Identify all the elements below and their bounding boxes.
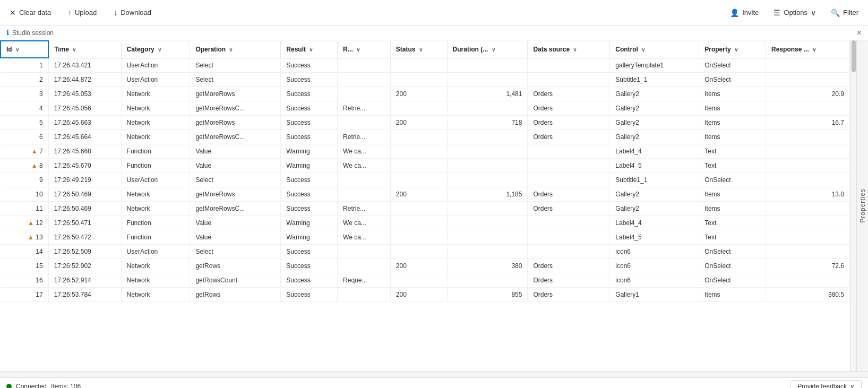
table-cell: icon6	[610, 259, 699, 273]
col-header-id[interactable]: Id ∨	[1, 41, 48, 58]
table-cell: Success	[281, 245, 338, 259]
table-row[interactable]: 217:26:44.872UserActionSelectSuccessSubt…	[1, 73, 850, 87]
invite-button[interactable]: 👤 Invite	[727, 6, 762, 19]
clear-data-label: Clear data	[19, 8, 51, 16]
table-cell	[766, 245, 850, 259]
table-cell: We ca...	[338, 144, 391, 159]
table-cell: Text	[699, 216, 766, 230]
table-row[interactable]: 617:26:45.664NetworkgetMoreRowsC...Succe…	[1, 130, 850, 144]
horizontal-scrollbar[interactable]	[0, 371, 868, 377]
table-wrapper[interactable]: Id ∨ Time ∨ Category ∨ Operation ∨ Resul…	[0, 40, 850, 371]
col-header-response[interactable]: Response ... ∨	[766, 41, 850, 58]
sort-icon-r: ∨	[356, 47, 360, 53]
table-cell: Gallery2	[610, 202, 699, 216]
connected-label: Connected	[16, 383, 47, 389]
table-cell: 6	[1, 130, 48, 144]
table-cell: Network	[121, 116, 190, 130]
table-row[interactable]: 1017:26:50.469NetworkgetMoreRowsSuccess2…	[1, 187, 850, 202]
table-row[interactable]: 1117:26:50.469NetworkgetMoreRowsC...Succ…	[1, 202, 850, 216]
table-cell	[528, 230, 610, 245]
h-scroll-inner[interactable]	[0, 372, 868, 377]
table-cell	[447, 130, 528, 144]
table-row[interactable]: ▲ 1217:26:50.471FunctionValueWarningWe c…	[1, 216, 850, 230]
col-header-time[interactable]: Time ∨	[48, 41, 121, 58]
col-header-r[interactable]: R... ∨	[338, 41, 391, 58]
col-header-duration[interactable]: Duration (... ∨	[447, 41, 528, 58]
session-bar: ℹ Studio session ×	[0, 25, 868, 40]
sort-icon-operation: ∨	[229, 47, 233, 53]
table-cell	[390, 58, 447, 73]
col-header-result[interactable]: Result ∨	[281, 41, 338, 58]
table-cell	[447, 144, 528, 159]
table-cell: Select	[190, 245, 281, 259]
table-cell: 17:26:49.219	[48, 173, 121, 187]
main-content: Id ∨ Time ∨ Category ∨ Operation ∨ Resul…	[0, 40, 868, 371]
table-cell: Label4_5	[610, 159, 699, 173]
properties-label: Properties	[859, 188, 866, 223]
table-row[interactable]: 517:26:45.663NetworkgetMoreRowsSuccess20…	[1, 116, 850, 130]
table-row[interactable]: 1417:26:52.509UserActionSelectSuccessico…	[1, 245, 850, 259]
table-cell: Success	[281, 87, 338, 101]
table-cell: Network	[121, 101, 190, 116]
connected-dot	[6, 384, 12, 389]
table-cell: UserAction	[121, 245, 190, 259]
table-cell: Warning	[281, 216, 338, 230]
person-icon: 👤	[730, 8, 739, 17]
download-button[interactable]: ↓ Download	[110, 6, 154, 19]
filter-button[interactable]: 🔍 Filter	[828, 6, 862, 19]
table-row[interactable]: 1617:26:52.914NetworkgetRowsCountSuccess…	[1, 273, 850, 288]
provide-feedback-button[interactable]: Provide feedback ∨	[790, 380, 862, 389]
col-header-datasource[interactable]: Data source ∨	[528, 41, 610, 58]
table-row[interactable]: 917:26:49.219UserActionSelectSuccessSubt…	[1, 173, 850, 187]
table-cell	[390, 73, 447, 87]
table-cell: Orders	[528, 130, 610, 144]
table-cell: 16	[1, 273, 48, 288]
table-cell: Function	[121, 159, 190, 173]
table-cell: getRows	[190, 259, 281, 273]
items-count: Items: 106	[51, 383, 81, 389]
table-cell: UserAction	[121, 58, 190, 73]
table-cell: OnSelect	[699, 273, 766, 288]
table-cell	[390, 144, 447, 159]
col-header-property[interactable]: Property ∨	[699, 41, 766, 58]
table-row[interactable]: ▲ 817:26:45.670FunctionValueWarningWe ca…	[1, 159, 850, 173]
table-cell	[338, 245, 391, 259]
col-header-control[interactable]: Control ∨	[610, 41, 699, 58]
table-row[interactable]: 317:26:45.053NetworkgetMoreRowsSuccess20…	[1, 87, 850, 101]
table-row[interactable]: 417:26:45.056NetworkgetMoreRowsC...Succe…	[1, 101, 850, 116]
table-row[interactable]: ▲ 1317:26:50.472FunctionValueWarningWe c…	[1, 230, 850, 245]
upload-button[interactable]: ↑ Upload	[65, 6, 100, 19]
clear-data-button[interactable]: ✕ Clear data	[6, 6, 54, 19]
col-header-category[interactable]: Category ∨	[121, 41, 190, 58]
table-row[interactable]: 1517:26:52.902NetworkgetRowsSuccess20038…	[1, 259, 850, 273]
table-row[interactable]: ▲ 717:26:45.668FunctionValueWarningWe ca…	[1, 144, 850, 159]
table-cell	[338, 87, 391, 101]
table-cell: 1,185	[447, 187, 528, 202]
warning-icon: ▲	[28, 219, 34, 227]
sort-icon-id: ∨	[15, 47, 19, 53]
col-header-status[interactable]: Status ∨	[390, 41, 447, 58]
sort-icon-duration: ∨	[492, 47, 495, 53]
table-cell	[528, 58, 610, 73]
table-cell: Warning	[281, 159, 338, 173]
vertical-scrollbar[interactable]	[850, 40, 856, 371]
table-cell	[528, 245, 610, 259]
warning-icon: ▲	[31, 162, 38, 169]
table-cell: Value	[190, 230, 281, 245]
table-cell: 10	[1, 187, 48, 202]
col-header-operation[interactable]: Operation ∨	[190, 41, 281, 58]
feedback-label: Provide feedback	[797, 383, 847, 389]
properties-panel[interactable]: Properties	[856, 40, 868, 371]
table-cell: Function	[121, 216, 190, 230]
table-cell: We ca...	[338, 159, 391, 173]
table-row[interactable]: 1717:26:53.784NetworkgetRowsSuccess20085…	[1, 288, 850, 302]
table-header-row: Id ∨ Time ∨ Category ∨ Operation ∨ Resul…	[1, 41, 850, 58]
options-button[interactable]: ☰ Options ∨	[770, 6, 819, 19]
data-table: Id ∨ Time ∨ Category ∨ Operation ∨ Resul…	[0, 40, 850, 302]
table-cell	[766, 144, 850, 159]
table-cell: Items	[699, 116, 766, 130]
toolbar-left: ✕ Clear data ↑ Upload ↓ Download	[6, 6, 716, 19]
table-row[interactable]: 117:26:43.421UserActionSelectSuccessgall…	[1, 58, 850, 73]
table-cell	[766, 230, 850, 245]
close-session-button[interactable]: ×	[857, 28, 862, 38]
